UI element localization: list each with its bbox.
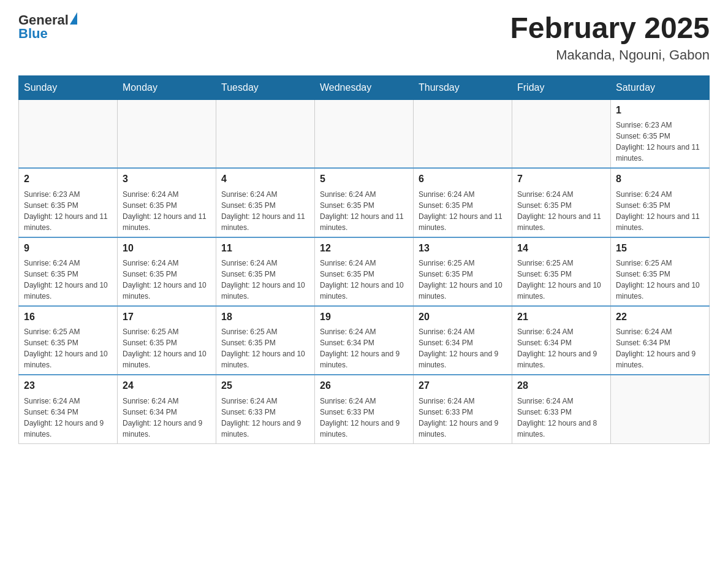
calendar-cell: 9Sunrise: 6:24 AM Sunset: 6:35 PM Daylig… bbox=[19, 237, 118, 306]
day-info: Sunrise: 6:24 AM Sunset: 6:34 PM Dayligh… bbox=[320, 326, 408, 370]
calendar-subtitle: Makanda, Ngouni, Gabon bbox=[510, 47, 710, 63]
calendar-title: February 2025 bbox=[510, 12, 710, 45]
day-info: Sunrise: 6:24 AM Sunset: 6:35 PM Dayligh… bbox=[24, 258, 112, 302]
day-number: 24 bbox=[123, 379, 211, 393]
calendar-cell: 24Sunrise: 6:24 AM Sunset: 6:34 PM Dayli… bbox=[118, 375, 216, 443]
day-number: 25 bbox=[221, 379, 309, 393]
calendar-cell: 4Sunrise: 6:24 AM Sunset: 6:35 PM Daylig… bbox=[216, 168, 315, 237]
day-number: 8 bbox=[616, 172, 704, 186]
calendar-cell: 12Sunrise: 6:24 AM Sunset: 6:35 PM Dayli… bbox=[315, 237, 414, 306]
calendar-cell bbox=[118, 99, 216, 168]
calendar-cell bbox=[611, 375, 710, 443]
calendar-cell: 11Sunrise: 6:24 AM Sunset: 6:35 PM Dayli… bbox=[216, 237, 315, 306]
calendar-cell: 16Sunrise: 6:25 AM Sunset: 6:35 PM Dayli… bbox=[19, 306, 118, 375]
day-info: Sunrise: 6:25 AM Sunset: 6:35 PM Dayligh… bbox=[24, 326, 112, 370]
day-number: 10 bbox=[123, 242, 211, 255]
calendar-cell: 1Sunrise: 6:23 AM Sunset: 6:35 PM Daylig… bbox=[611, 99, 710, 168]
day-number: 11 bbox=[221, 242, 309, 255]
week-row-0: 1Sunrise: 6:23 AM Sunset: 6:35 PM Daylig… bbox=[19, 99, 710, 168]
calendar-cell: 28Sunrise: 6:24 AM Sunset: 6:33 PM Dayli… bbox=[512, 375, 611, 443]
calendar-cell bbox=[216, 99, 315, 168]
header-tuesday: Tuesday bbox=[216, 75, 315, 99]
logo-blue: Blue bbox=[18, 26, 48, 42]
calendar-cell: 3Sunrise: 6:24 AM Sunset: 6:35 PM Daylig… bbox=[118, 168, 216, 237]
day-number: 12 bbox=[320, 242, 408, 255]
day-info: Sunrise: 6:24 AM Sunset: 6:33 PM Dayligh… bbox=[320, 396, 408, 440]
day-info: Sunrise: 6:25 AM Sunset: 6:35 PM Dayligh… bbox=[616, 258, 704, 302]
calendar-cell bbox=[414, 99, 512, 168]
day-info: Sunrise: 6:24 AM Sunset: 6:33 PM Dayligh… bbox=[221, 396, 309, 440]
header-monday: Monday bbox=[118, 75, 216, 99]
day-info: Sunrise: 6:24 AM Sunset: 6:34 PM Dayligh… bbox=[419, 326, 507, 370]
day-number: 15 bbox=[616, 242, 704, 255]
day-number: 5 bbox=[320, 172, 408, 186]
logo: General Blue bbox=[18, 12, 77, 42]
day-info: Sunrise: 6:24 AM Sunset: 6:34 PM Dayligh… bbox=[24, 396, 112, 440]
day-info: Sunrise: 6:24 AM Sunset: 6:35 PM Dayligh… bbox=[221, 189, 309, 233]
calendar-cell bbox=[512, 99, 611, 168]
calendar-cell: 25Sunrise: 6:24 AM Sunset: 6:33 PM Dayli… bbox=[216, 375, 315, 443]
calendar-cell: 27Sunrise: 6:24 AM Sunset: 6:33 PM Dayli… bbox=[414, 375, 512, 443]
day-info: Sunrise: 6:24 AM Sunset: 6:34 PM Dayligh… bbox=[616, 326, 704, 370]
calendar-cell: 14Sunrise: 6:25 AM Sunset: 6:35 PM Dayli… bbox=[512, 237, 611, 306]
header-wednesday: Wednesday bbox=[315, 75, 414, 99]
day-info: Sunrise: 6:24 AM Sunset: 6:34 PM Dayligh… bbox=[517, 326, 605, 370]
day-info: Sunrise: 6:24 AM Sunset: 6:35 PM Dayligh… bbox=[616, 189, 704, 233]
header-row: SundayMondayTuesdayWednesdayThursdayFrid… bbox=[19, 75, 710, 99]
header-sunday: Sunday bbox=[19, 75, 118, 99]
calendar-cell: 10Sunrise: 6:24 AM Sunset: 6:35 PM Dayli… bbox=[118, 237, 216, 306]
day-number: 28 bbox=[517, 379, 605, 393]
page-header: General Blue February 2025 Makanda, Ngou… bbox=[18, 12, 710, 63]
day-number: 22 bbox=[616, 310, 704, 324]
header-saturday: Saturday bbox=[611, 75, 710, 99]
day-number: 26 bbox=[320, 379, 408, 393]
calendar-cell: 21Sunrise: 6:24 AM Sunset: 6:34 PM Dayli… bbox=[512, 306, 611, 375]
day-number: 2 bbox=[24, 172, 112, 186]
day-info: Sunrise: 6:24 AM Sunset: 6:35 PM Dayligh… bbox=[123, 258, 211, 302]
day-number: 17 bbox=[123, 310, 211, 324]
calendar-cell: 5Sunrise: 6:24 AM Sunset: 6:35 PM Daylig… bbox=[315, 168, 414, 237]
calendar-cell: 18Sunrise: 6:25 AM Sunset: 6:35 PM Dayli… bbox=[216, 306, 315, 375]
day-number: 14 bbox=[517, 242, 605, 255]
day-number: 1 bbox=[616, 104, 704, 117]
calendar-cell: 26Sunrise: 6:24 AM Sunset: 6:33 PM Dayli… bbox=[315, 375, 414, 443]
day-info: Sunrise: 6:23 AM Sunset: 6:35 PM Dayligh… bbox=[616, 120, 704, 164]
day-number: 23 bbox=[24, 379, 112, 393]
calendar-cell bbox=[315, 99, 414, 168]
calendar-cell: 22Sunrise: 6:24 AM Sunset: 6:34 PM Dayli… bbox=[611, 306, 710, 375]
calendar-cell: 17Sunrise: 6:25 AM Sunset: 6:35 PM Dayli… bbox=[118, 306, 216, 375]
calendar-cell: 23Sunrise: 6:24 AM Sunset: 6:34 PM Dayli… bbox=[19, 375, 118, 443]
day-info: Sunrise: 6:24 AM Sunset: 6:35 PM Dayligh… bbox=[320, 258, 408, 302]
calendar-cell: 13Sunrise: 6:25 AM Sunset: 6:35 PM Dayli… bbox=[414, 237, 512, 306]
day-info: Sunrise: 6:24 AM Sunset: 6:35 PM Dayligh… bbox=[123, 189, 211, 233]
calendar-cell: 6Sunrise: 6:24 AM Sunset: 6:35 PM Daylig… bbox=[414, 168, 512, 237]
header-friday: Friday bbox=[512, 75, 611, 99]
logo-triangle-icon bbox=[70, 12, 77, 25]
calendar-cell: 20Sunrise: 6:24 AM Sunset: 6:34 PM Dayli… bbox=[414, 306, 512, 375]
day-info: Sunrise: 6:25 AM Sunset: 6:35 PM Dayligh… bbox=[419, 258, 507, 302]
calendar-cell: 19Sunrise: 6:24 AM Sunset: 6:34 PM Dayli… bbox=[315, 306, 414, 375]
day-number: 6 bbox=[419, 172, 507, 186]
day-info: Sunrise: 6:24 AM Sunset: 6:35 PM Dayligh… bbox=[419, 189, 507, 233]
day-number: 3 bbox=[123, 172, 211, 186]
calendar-cell bbox=[19, 99, 118, 168]
day-info: Sunrise: 6:24 AM Sunset: 6:35 PM Dayligh… bbox=[517, 189, 605, 233]
calendar-cell: 7Sunrise: 6:24 AM Sunset: 6:35 PM Daylig… bbox=[512, 168, 611, 237]
day-info: Sunrise: 6:24 AM Sunset: 6:35 PM Dayligh… bbox=[221, 258, 309, 302]
day-info: Sunrise: 6:25 AM Sunset: 6:35 PM Dayligh… bbox=[221, 326, 309, 370]
week-row-1: 2Sunrise: 6:23 AM Sunset: 6:35 PM Daylig… bbox=[19, 168, 710, 237]
week-row-2: 9Sunrise: 6:24 AM Sunset: 6:35 PM Daylig… bbox=[19, 237, 710, 306]
week-row-3: 16Sunrise: 6:25 AM Sunset: 6:35 PM Dayli… bbox=[19, 306, 710, 375]
calendar-table: SundayMondayTuesdayWednesdayThursdayFrid… bbox=[18, 75, 710, 444]
header-thursday: Thursday bbox=[414, 75, 512, 99]
day-info: Sunrise: 6:25 AM Sunset: 6:35 PM Dayligh… bbox=[123, 326, 211, 370]
day-number: 16 bbox=[24, 310, 112, 324]
day-info: Sunrise: 6:25 AM Sunset: 6:35 PM Dayligh… bbox=[517, 258, 605, 302]
calendar-cell: 8Sunrise: 6:24 AM Sunset: 6:35 PM Daylig… bbox=[611, 168, 710, 237]
day-number: 7 bbox=[517, 172, 605, 186]
day-info: Sunrise: 6:24 AM Sunset: 6:33 PM Dayligh… bbox=[517, 396, 605, 440]
day-info: Sunrise: 6:23 AM Sunset: 6:35 PM Dayligh… bbox=[24, 189, 112, 233]
day-number: 21 bbox=[517, 310, 605, 324]
title-block: February 2025 Makanda, Ngouni, Gabon bbox=[510, 12, 710, 63]
day-number: 9 bbox=[24, 242, 112, 255]
